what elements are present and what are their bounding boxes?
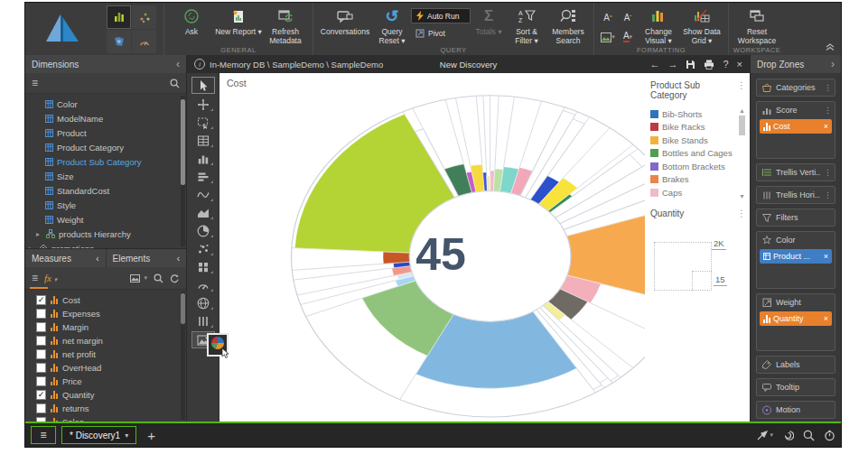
dimension-item-promotions[interactable]: ▸promotions: [25, 241, 186, 248]
print-icon[interactable]: [704, 60, 714, 69]
tool-lasso-icon[interactable]: [192, 115, 214, 130]
zoom-search-icon[interactable]: [803, 430, 815, 441]
dimension-item-size[interactable]: Size: [25, 169, 186, 183]
legend-item-bottles-and-cages[interactable]: Bottles and Cages: [650, 147, 737, 161]
stopwatch-icon[interactable]: [824, 430, 835, 441]
drop-zone-tooltip[interactable]: Tooltip: [756, 378, 835, 396]
pivot-button[interactable]: Pivot: [411, 27, 471, 40]
chip-remove-icon[interactable]: ×: [824, 252, 828, 261]
add-tab-button[interactable]: +: [142, 428, 161, 443]
sheets-menu-button[interactable]: ≡: [31, 426, 56, 444]
chart-canvas[interactable]: Cost 45 Product Sub Category ⋮ Bib-Short…: [219, 73, 750, 422]
legend-scroll-up-icon[interactable]: ▲: [738, 107, 746, 114]
dimension-item-products-hierarchy[interactable]: ▸products Hierarchy: [25, 227, 186, 241]
chip-product-[interactable]: Product ...×: [760, 249, 832, 264]
spiral-history-icon[interactable]: [782, 430, 794, 441]
reset-workspace-button[interactable]: Reset Workspace: [733, 3, 781, 45]
legend-scroll-down-icon[interactable]: ▼: [738, 193, 746, 199]
tool-columns-icon[interactable]: [192, 313, 214, 329]
tab-discovery1[interactable]: * Discovery1 ▾: [61, 426, 136, 444]
drop-zone-labels[interactable]: Labels: [756, 356, 835, 374]
dimension-item-style[interactable]: Style: [25, 198, 186, 212]
legend-item-bike-stands[interactable]: Bike Stands: [650, 134, 737, 147]
measures-collapse-icon[interactable]: ‹: [96, 254, 98, 264]
drop-zones-expand-icon[interactable]: ›: [831, 58, 835, 70]
legend-item-brakes[interactable]: Brakes: [650, 173, 737, 187]
format-painter-icon[interactable]: ▾: [756, 430, 773, 441]
measure-item-net-profit[interactable]: net profit: [25, 347, 186, 361]
legend-item-caps[interactable]: Caps: [650, 186, 737, 199]
tool-globe-icon[interactable]: [192, 295, 214, 310]
measure-item-net-margin[interactable]: net margin: [25, 334, 186, 347]
dimension-item-standardcost[interactable]: StandardCost: [25, 183, 186, 198]
measure-item-overhead[interactable]: OverHead: [25, 361, 186, 375]
drop-zone-menu-icon[interactable]: ⋮: [824, 190, 832, 199]
drop-zone-menu-icon[interactable]: ⋮: [824, 168, 832, 177]
tool-crosshair-icon[interactable]: [192, 97, 214, 112]
tool-wave-icon[interactable]: [192, 187, 214, 202]
tool-scatter-icon[interactable]: [192, 241, 214, 256]
app-logo[interactable]: [25, 3, 99, 55]
quick-visual-map-icon[interactable]: [107, 30, 131, 53]
expander-icon[interactable]: ▸: [36, 230, 42, 238]
expander-icon[interactable]: ▸: [29, 245, 35, 249]
ask-button[interactable]: Ask: [168, 3, 215, 36]
measures-refresh-icon[interactable]: [170, 273, 180, 283]
tool-bars-icon[interactable]: [192, 151, 214, 166]
measures-search-icon[interactable]: [154, 273, 163, 283]
sort-filter-button[interactable]: AZ Sort & Filter ▾: [507, 3, 546, 45]
dimension-item-modelname[interactable]: ModelName: [25, 111, 186, 125]
size-legend-menu-icon[interactable]: ⋮: [737, 208, 746, 218]
measure-checkbox[interactable]: [36, 417, 46, 422]
dimension-item-color[interactable]: Color: [25, 97, 186, 111]
quick-visual-gauge-icon[interactable]: [132, 30, 156, 53]
dimension-item-product[interactable]: Product: [25, 125, 186, 140]
refresh-metadata-button[interactable]: Refresh Metadata: [262, 3, 309, 45]
back-button[interactable]: ←: [649, 59, 659, 69]
fx-icon[interactable]: fx ▾: [44, 273, 57, 283]
elements-collapse-icon[interactable]: ‹: [177, 254, 180, 264]
dimension-item-product-category[interactable]: Product Category: [25, 140, 186, 154]
legend-item-bike-racks[interactable]: Bike Racks: [650, 121, 737, 134]
chip-remove-icon[interactable]: ×: [824, 122, 828, 131]
new-report-button[interactable]: New Report ▾: [215, 3, 262, 36]
font-shrink-button[interactable]: Aˇ: [618, 7, 638, 27]
measure-checkbox[interactable]: ✓: [36, 390, 46, 400]
measure-checkbox[interactable]: [36, 336, 46, 346]
drop-zone-weight[interactable]: WeightQuantity×: [756, 293, 835, 351]
measure-item-price[interactable]: Price: [25, 375, 186, 388]
change-visual-button[interactable]: Change Visual ▾: [638, 3, 679, 45]
measure-item-expenses[interactable]: Expenses: [25, 307, 186, 320]
measure-item-cost[interactable]: ✓Cost: [25, 293, 186, 307]
folder-view-caret[interactable]: ▾: [144, 274, 147, 282]
font-color-button[interactable]: A▾: [618, 27, 638, 47]
drop-zone-categories[interactable]: Categories⋮: [756, 79, 835, 97]
collapse-ribbon-button[interactable]: [825, 42, 835, 51]
tool-rows-icon[interactable]: [192, 169, 214, 184]
forward-button[interactable]: →: [667, 59, 677, 69]
chip-remove-icon[interactable]: ×: [824, 314, 828, 323]
dimensions-menu-icon[interactable]: ≡: [32, 77, 38, 89]
dimensions-collapse-icon[interactable]: ‹: [176, 58, 180, 70]
members-search-button[interactable]: Members Search: [546, 3, 590, 45]
show-data-grid-button[interactable]: Show Data Grid ▾: [679, 3, 724, 45]
tool-area-icon[interactable]: [192, 205, 214, 220]
chip-quantity[interactable]: Quantity×: [760, 311, 832, 326]
measures-tab[interactable]: Measures‹: [25, 249, 107, 267]
chart-segment-33[interactable]: [487, 176, 490, 191]
quick-visual-scatter-icon[interactable]: [132, 5, 156, 29]
font-grow-button[interactable]: A^: [598, 7, 618, 27]
measure-checkbox[interactable]: [36, 363, 46, 373]
quick-visual-bar-icon[interactable]: [107, 5, 131, 29]
measure-item-margin[interactable]: Margin: [25, 320, 186, 334]
measure-checkbox[interactable]: [36, 322, 46, 332]
totals-button[interactable]: Σ Totals ▾: [471, 3, 507, 36]
tab-caret-icon[interactable]: ▾: [125, 431, 128, 440]
tool-pointer-icon[interactable]: [191, 77, 215, 94]
background-image-button[interactable]: ▾: [598, 27, 618, 47]
measures-scrollbar[interactable]: [181, 292, 185, 420]
measure-checkbox[interactable]: ✓: [36, 295, 46, 305]
dimensions-scrollbar[interactable]: [181, 96, 185, 246]
legend-item-bib-shorts[interactable]: Bib-Shorts: [650, 107, 737, 121]
dimension-item-product-sub-category[interactable]: Product Sub Category: [25, 154, 186, 169]
